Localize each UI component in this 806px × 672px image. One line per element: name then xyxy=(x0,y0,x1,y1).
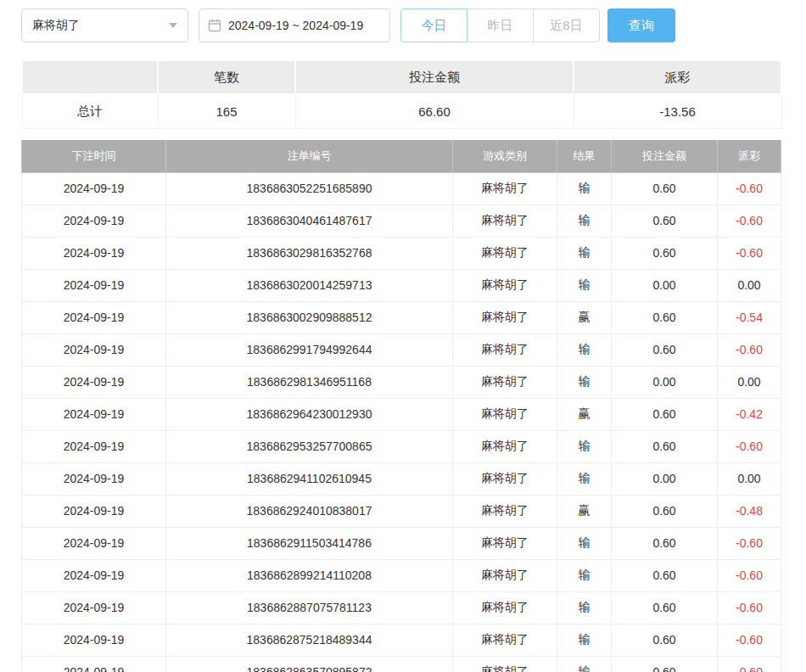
cell-game-category: 麻将胡了 xyxy=(453,559,557,591)
cell-payout: -0.60 xyxy=(718,624,781,656)
cell-bet-time: 2024-09-19 xyxy=(22,204,166,237)
cell-bet-amount: 0.60 xyxy=(612,495,718,527)
cell-result: 输 xyxy=(557,430,612,462)
cell-order-id: 1836862953257700865 xyxy=(166,430,453,462)
filter-toolbar: 麻将胡了 2024-09-19 ~ 2024-09-19 今日 昨日 近8日 查… xyxy=(21,8,781,42)
cell-payout: -0.60 xyxy=(718,591,781,624)
cell-payout: -0.60 xyxy=(718,204,781,237)
cell-result: 输 xyxy=(557,172,612,204)
cell-result: 输 xyxy=(557,366,612,398)
cell-payout: -0.60 xyxy=(718,656,781,672)
cell-payout: 0.00 xyxy=(718,462,781,495)
cell-order-id: 1836863052251685890 xyxy=(166,172,453,204)
bet-table-row: 2024-09-19 1836862924010838017 麻将胡了 赢 0.… xyxy=(22,495,781,527)
cell-game-category: 麻将胡了 xyxy=(453,237,557,269)
bet-table-row: 2024-09-19 1836862964230012930 麻将胡了 赢 0.… xyxy=(22,398,781,430)
cell-bet-amount: 0.60 xyxy=(612,624,718,656)
cell-bet-time: 2024-09-19 xyxy=(22,366,166,398)
cell-payout: -0.60 xyxy=(718,333,781,366)
cell-bet-amount: 0.60 xyxy=(612,301,718,333)
bet-table-row: 2024-09-19 1836862887075781123 麻将胡了 输 0.… xyxy=(22,591,781,624)
cell-bet-time: 2024-09-19 xyxy=(22,591,166,624)
quick-range-last8days-button[interactable]: 近8日 xyxy=(533,8,600,42)
cell-bet-time: 2024-09-19 xyxy=(22,398,166,430)
summary-table: 笔数 投注金额 派彩 总计 165 66.60 -13.56 xyxy=(21,59,782,129)
cell-result: 赢 xyxy=(557,301,612,333)
cell-game-category: 麻将胡了 xyxy=(453,269,557,301)
cell-bet-time: 2024-09-19 xyxy=(22,559,166,591)
cell-game-category: 麻将胡了 xyxy=(453,527,557,559)
cell-order-id: 1836863002909888512 xyxy=(166,301,453,333)
cell-bet-time: 2024-09-19 xyxy=(22,333,166,366)
cell-bet-time: 2024-09-19 xyxy=(22,495,166,527)
chevron-down-icon xyxy=(169,23,177,28)
header-game-category: 游戏类别 xyxy=(453,140,557,172)
cell-bet-amount: 0.60 xyxy=(612,398,718,430)
cell-order-id: 1836862981346951168 xyxy=(166,366,453,398)
cell-result: 输 xyxy=(557,656,612,672)
cell-game-category: 麻将胡了 xyxy=(453,462,557,495)
cell-game-category: 麻将胡了 xyxy=(453,366,557,398)
quick-range-yesterday-button[interactable]: 昨日 xyxy=(467,8,534,42)
cell-bet-time: 2024-09-19 xyxy=(22,269,166,301)
cell-result: 输 xyxy=(557,527,612,559)
bet-table-row: 2024-09-19 1836863029816352768 麻将胡了 输 0.… xyxy=(22,237,781,269)
bet-table-row: 2024-09-19 1836862863570895872 麻将胡了 输 0.… xyxy=(22,656,781,672)
calendar-icon xyxy=(208,19,221,32)
query-button[interactable]: 查询 xyxy=(607,8,675,42)
cell-result: 输 xyxy=(557,462,612,495)
summary-header-payout: 派彩 xyxy=(574,60,781,94)
cell-bet-amount: 0.60 xyxy=(612,237,718,269)
summary-header-bet-amount: 投注金额 xyxy=(295,60,574,94)
cell-order-id: 1836863020014259713 xyxy=(166,269,453,301)
summary-header-empty xyxy=(22,60,158,94)
cell-payout: -0.42 xyxy=(718,398,781,430)
cell-game-category: 麻将胡了 xyxy=(453,301,557,333)
bet-table-row: 2024-09-19 1836862941102610945 麻将胡了 输 0.… xyxy=(22,462,781,495)
bet-table-row: 2024-09-19 1836863052251685890 麻将胡了 输 0.… xyxy=(22,172,781,204)
quick-range-group: 今日 昨日 近8日 xyxy=(400,8,600,42)
cell-order-id: 1836863040461487617 xyxy=(166,204,453,237)
cell-order-id: 1836862863570895872 xyxy=(166,656,453,672)
header-bet-amount: 投注金额 xyxy=(612,140,718,172)
summary-total-row: 总计 165 66.60 -13.56 xyxy=(22,94,781,128)
cell-payout: -0.60 xyxy=(718,559,781,591)
cell-bet-time: 2024-09-19 xyxy=(22,462,166,495)
cell-bet-amount: 0.00 xyxy=(612,366,718,398)
game-select[interactable]: 麻将胡了 xyxy=(21,8,188,42)
cell-bet-amount: 0.00 xyxy=(612,462,718,495)
cell-bet-time: 2024-09-19 xyxy=(22,172,166,204)
summary-total-payout: -13.56 xyxy=(574,94,781,128)
summary-total-bet-amount: 66.60 xyxy=(295,94,574,128)
summary-total-label: 总计 xyxy=(22,94,158,128)
cell-bet-time: 2024-09-19 xyxy=(22,624,166,656)
cell-payout: 0.00 xyxy=(718,269,781,301)
bet-table-row: 2024-09-19 1836862899214110208 麻将胡了 输 0.… xyxy=(22,559,781,591)
date-range-value: 2024-09-19 ~ 2024-09-19 xyxy=(228,19,363,32)
cell-bet-amount: 0.60 xyxy=(612,527,718,559)
cell-result: 输 xyxy=(557,269,612,301)
cell-bet-time: 2024-09-19 xyxy=(22,237,166,269)
quick-range-today-button[interactable]: 今日 xyxy=(400,8,467,42)
cell-payout: 0.00 xyxy=(718,366,781,398)
cell-bet-time: 2024-09-19 xyxy=(22,301,166,333)
cell-order-id: 1836863029816352768 xyxy=(166,237,453,269)
cell-bet-amount: 0.60 xyxy=(612,591,718,624)
cell-result: 输 xyxy=(557,591,612,624)
bet-table-body: 2024-09-19 1836863052251685890 麻将胡了 输 0.… xyxy=(22,172,781,672)
game-select-value: 麻将胡了 xyxy=(32,18,80,33)
date-range-input[interactable]: 2024-09-19 ~ 2024-09-19 xyxy=(199,8,390,42)
cell-bet-amount: 0.00 xyxy=(612,269,718,301)
header-payout: 派彩 xyxy=(718,140,781,172)
betting-records-page: 麻将胡了 2024-09-19 ~ 2024-09-19 今日 昨日 近8日 查… xyxy=(0,0,806,672)
cell-order-id: 1836862911503414786 xyxy=(166,527,453,559)
summary-header-row: 笔数 投注金额 派彩 xyxy=(22,60,781,94)
cell-bet-time: 2024-09-19 xyxy=(22,430,166,462)
summary-total-count: 165 xyxy=(158,94,295,128)
cell-game-category: 麻将胡了 xyxy=(453,398,557,430)
cell-payout: -0.54 xyxy=(718,301,781,333)
cell-order-id: 1836862964230012930 xyxy=(166,398,453,430)
cell-payout: -0.60 xyxy=(718,430,781,462)
cell-result: 输 xyxy=(557,559,612,591)
cell-game-category: 麻将胡了 xyxy=(453,624,557,656)
